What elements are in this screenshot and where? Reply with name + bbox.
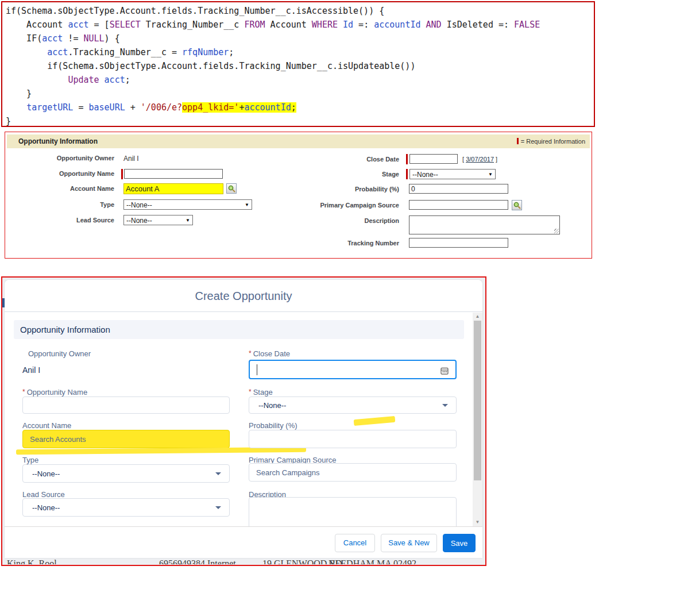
close-date-today-link[interactable]: [ 3/07/2017 ] — [462, 156, 497, 163]
classic-section-title: Opportunity Information — [18, 134, 98, 148]
opportunity-name-input[interactable] — [22, 396, 230, 414]
required-asterisk: * — [249, 349, 252, 357]
account-lookup-icon[interactable] — [226, 183, 237, 194]
required-bar-icon — [406, 154, 408, 164]
account-name-input[interactable] — [123, 183, 223, 194]
campaign-input[interactable] — [409, 200, 508, 210]
stage-select[interactable]: --None--▼ — [409, 169, 496, 179]
modal-title-bar: Create Opportunity — [5, 280, 482, 312]
lead-source-label: Lead Source — [22, 490, 65, 499]
probability-input[interactable] — [249, 430, 457, 448]
probability-label: Probability (%) — [249, 421, 297, 430]
probability-input[interactable] — [409, 184, 508, 194]
opportunity-name-input[interactable] — [124, 169, 223, 179]
create-opportunity-modal-region: Create Opportunity Opportunity Informati… — [1, 276, 486, 566]
type-select[interactable]: --None-- — [22, 464, 230, 483]
required-asterisk: * — [249, 388, 252, 396]
account-name-label: Account Name — [11, 185, 114, 192]
resize-handle-icon[interactable] — [554, 229, 559, 233]
background-cell: NEEDHAM MA 02492 — [329, 559, 416, 564]
background-table-row: King K. Rool 6956949384 Internet 19 GLEN… — [2, 559, 485, 564]
modal-content: Opportunity Information Opportunity Owne… — [5, 313, 482, 526]
tracking-number-input[interactable] — [409, 238, 508, 248]
marker-highlight — [354, 416, 396, 426]
save-button[interactable]: Save — [443, 534, 476, 552]
required-asterisk: * — [22, 388, 25, 396]
close-date-input[interactable] — [409, 154, 458, 164]
stage-label: *Stage — [249, 388, 273, 396]
lead-source-select[interactable]: --None-- — [22, 498, 230, 517]
chevron-down-icon — [215, 506, 221, 509]
required-bar-icon — [121, 169, 123, 179]
select-arrow-icon: ▼ — [488, 172, 493, 177]
close-date-label: *Close Date — [249, 349, 290, 358]
lead-source-select[interactable]: --None--▼ — [123, 215, 193, 225]
owner-label: Opportunity Owner — [28, 349, 91, 358]
tracking-number-label: Tracking Number — [246, 240, 399, 247]
account-name-input[interactable] — [22, 430, 230, 448]
background-cell: 6956949384 Internet — [159, 559, 236, 564]
opportunity-name-label: *Opportunity Name — [22, 388, 87, 396]
stage-label: Stage — [246, 171, 399, 178]
save-and-new-button[interactable]: Save & New — [381, 534, 437, 552]
modal-title: Create Opportunity — [5, 280, 482, 312]
description-textarea[interactable] — [409, 215, 560, 234]
scroll-down-icon[interactable]: ▼ — [473, 519, 482, 526]
owner-label: Opportunity Owner — [11, 155, 114, 161]
modal-section-header: Opportunity Information — [14, 320, 464, 339]
cancel-button[interactable]: Cancel — [335, 534, 375, 552]
owner-value: Anil I — [123, 155, 139, 163]
description-textarea[interactable] — [249, 497, 457, 526]
chevron-down-icon — [215, 472, 221, 475]
chevron-down-icon — [442, 404, 448, 407]
required-bar-icon — [406, 169, 408, 179]
modal-footer: Cancel Save & New Save — [5, 526, 482, 558]
create-opportunity-modal: Create Opportunity Opportunity Informati… — [5, 280, 482, 558]
account-name-label: Account Name — [22, 421, 71, 430]
classic-opportunity-form: Opportunity Information = Required Infor… — [5, 132, 592, 259]
required-bar-icon — [517, 138, 519, 144]
scroll-up-icon[interactable]: ▲ — [473, 313, 482, 320]
calendar-icon[interactable] — [440, 367, 449, 375]
campaign-label: Primary Campaign Source — [246, 202, 399, 209]
campaign-lookup-icon[interactable] — [512, 200, 522, 210]
lead-source-label: Lead Source — [11, 217, 114, 224]
opportunity-name-label: Opportunity Name — [11, 170, 114, 177]
select-arrow-icon: ▼ — [186, 218, 190, 223]
close-date-input[interactable] — [249, 360, 457, 379]
stage-select[interactable]: --None-- — [249, 396, 457, 414]
type-label: Type — [11, 201, 114, 208]
campaign-input[interactable] — [249, 463, 457, 482]
apex-code-block: if(Schema.sObjectType.Account.fields.Tra… — [1, 1, 595, 127]
text-caret — [257, 364, 257, 375]
required-legend: = Required Information — [517, 134, 585, 148]
close-date-label: Close Date — [246, 156, 399, 163]
probability-label: Probability (%) — [246, 186, 399, 192]
classic-section-header: Opportunity Information = Required Infor… — [7, 134, 590, 148]
owner-value: Anil I — [22, 365, 40, 375]
type-select[interactable]: --None--▼ — [123, 199, 252, 210]
scrollbar[interactable]: ▲ ▼ — [473, 313, 482, 526]
description-label: Description — [246, 217, 399, 224]
type-label: Type — [22, 456, 38, 464]
background-cell: King K. Rool — [7, 559, 57, 564]
scrollbar-thumb[interactable] — [474, 321, 481, 480]
